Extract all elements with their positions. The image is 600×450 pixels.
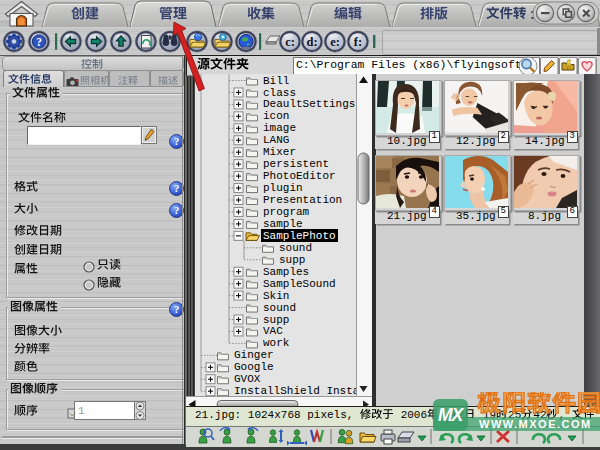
svg-text:1: 1 bbox=[78, 405, 85, 417]
